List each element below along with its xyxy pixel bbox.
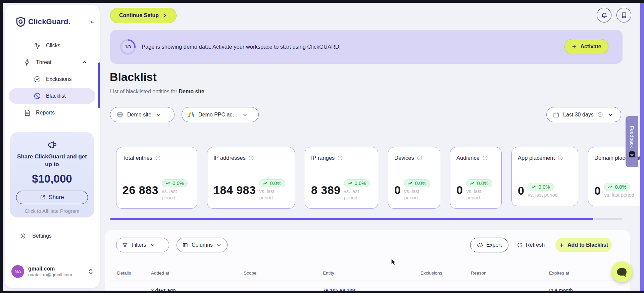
- svg-text:?: ?: [250, 156, 252, 159]
- sidebar-item-clicks[interactable]: Clicks: [5, 38, 100, 54]
- help-icon[interactable]: ?: [155, 155, 161, 161]
- filters-button[interactable]: Filters: [116, 238, 169, 252]
- continue-setup-button[interactable]: Continue Setup: [110, 8, 177, 23]
- trend-note: vs. last period: [404, 188, 425, 201]
- chevron-right-icon: [162, 13, 167, 18]
- trend-note: vs. last period: [162, 188, 183, 201]
- notifications-button[interactable]: [597, 8, 611, 22]
- avatar: NA: [11, 265, 24, 278]
- column-header-expires-at[interactable]: Expires at: [549, 271, 569, 276]
- cloud-download-icon: [477, 242, 483, 248]
- cursor-click-icon: [34, 42, 41, 49]
- page-scrollbar[interactable]: [640, 3, 644, 291]
- svg-text:?: ?: [599, 113, 601, 116]
- sidebar-item-exclusions[interactable]: Exclusions: [5, 71, 100, 87]
- chevron-up-icon[interactable]: [81, 59, 88, 66]
- ppc-account-value: Demo PPC ac…: [198, 112, 238, 118]
- sidebar-item-threat[interactable]: Threat: [5, 54, 100, 70]
- help-icon[interactable]: ?: [337, 155, 343, 161]
- svg-text:?: ?: [157, 156, 159, 159]
- trend-value: 0.0%: [615, 184, 626, 190]
- chevron-down-icon: [156, 112, 162, 118]
- docs-button[interactable]: [616, 8, 631, 22]
- trend-badge: 0.0%: [344, 179, 370, 187]
- table-header-divider: [110, 281, 625, 281]
- columns-button[interactable]: Columns: [177, 238, 228, 252]
- column-header-details[interactable]: Details: [117, 271, 131, 276]
- sidebar-item-label: Blacklist: [46, 93, 66, 99]
- trend-up-icon: [608, 185, 613, 189]
- stat-title: IP addresses: [213, 155, 246, 161]
- refresh-button[interactable]: Refresh: [517, 238, 545, 252]
- column-header-entity[interactable]: Entity: [323, 271, 334, 276]
- affiliate-promo-card[interactable]: Share ClickGuard and get up to $10,000 S…: [10, 132, 94, 217]
- account-name: gmail.com: [28, 266, 72, 272]
- column-header-exclusions[interactable]: Exclusions: [420, 271, 442, 276]
- trend-note: vs. last period: [604, 192, 634, 198]
- sidebar-item-label: Reports: [36, 110, 55, 116]
- sidebar-item-settings[interactable]: Settings: [19, 232, 52, 240]
- trend-note: vs. last period: [528, 192, 557, 198]
- add-to-blacklist-button[interactable]: Add to Blacklist: [555, 238, 612, 252]
- trend-badge: 0.0%: [466, 179, 492, 187]
- plus-icon: [572, 44, 577, 49]
- ppc-account-picker[interactable]: Demo PPC ac…: [182, 107, 259, 122]
- trend-up-icon: [165, 181, 170, 185]
- stat-title: App placement: [518, 155, 555, 161]
- stat-value: 26 883: [122, 184, 158, 197]
- stat-value: 0: [594, 184, 601, 197]
- page-subtitle-site: Demo site: [179, 89, 204, 94]
- clickguard-shield-icon: [16, 17, 25, 27]
- date-range-picker[interactable]: Last 30 days ?: [546, 107, 621, 122]
- stat-value: 0: [456, 184, 463, 197]
- activate-button[interactable]: Activate: [564, 39, 608, 54]
- help-icon[interactable]: ?: [482, 155, 488, 161]
- trend-up-icon: [470, 181, 475, 185]
- row-added-at: 2 days ago: [151, 287, 176, 291]
- activate-label: Activate: [580, 44, 601, 50]
- page-title: Blacklist: [110, 70, 157, 84]
- trend-badge: 0.0%: [162, 179, 188, 187]
- help-icon[interactable]: ?: [248, 155, 254, 161]
- feedback-tab[interactable]: Feedback: [626, 116, 638, 167]
- promo-text: Share ClickGuard and get up to: [16, 153, 88, 168]
- trend-up-icon: [408, 181, 413, 185]
- sidebar-collapse-icon[interactable]: [88, 18, 96, 26]
- row-entity[interactable]: 79.105.98.128: [323, 287, 355, 291]
- sidebar-item-label: Threat: [36, 59, 51, 65]
- page-subtitle-text: List of blacklisted entities for: [110, 89, 177, 94]
- svg-text:?: ?: [484, 156, 486, 159]
- chat-bubble-icon: [617, 268, 627, 276]
- trend-up-icon: [531, 185, 536, 189]
- account-switcher[interactable]: NA gmail.com naatali.ro@gmail.com: [11, 265, 93, 278]
- help-icon[interactable]: ?: [417, 155, 423, 161]
- trend-value: 0.0%: [270, 180, 281, 186]
- settings-label: Settings: [32, 233, 52, 239]
- calendar-icon: [553, 111, 559, 118]
- svg-text:?: ?: [559, 156, 561, 159]
- badge-check-icon: [34, 76, 41, 83]
- export-button[interactable]: Export: [470, 238, 508, 252]
- sidebar-item-blacklist[interactable]: Blacklist: [9, 88, 95, 104]
- trend-up-icon: [348, 181, 353, 185]
- chevron-down-icon: [150, 242, 156, 248]
- trend-note: vs. last period: [259, 188, 280, 201]
- column-header-reason[interactable]: Reason: [471, 271, 487, 276]
- share-button[interactable]: Share: [16, 191, 88, 204]
- account-email: naatali.ro@gmail.com: [28, 272, 72, 277]
- column-header-scope[interactable]: Scope: [244, 271, 256, 276]
- stat-card-total-entries: Total entries ? 26 883 0.0% vs. last per…: [116, 147, 197, 209]
- cards-scrollbar-thumb[interactable]: [110, 218, 593, 220]
- chat-launcher-button[interactable]: [611, 261, 632, 282]
- trend-up-icon: [263, 181, 268, 185]
- sidebar-item-reports[interactable]: Reports: [5, 105, 100, 121]
- column-header-added-at[interactable]: Added at: [151, 271, 169, 276]
- help-icon: ?: [597, 112, 603, 117]
- lightning-icon: [23, 59, 31, 66]
- sidebar-scrollbar[interactable]: [98, 62, 100, 108]
- site-picker[interactable]: Demo site: [110, 107, 175, 122]
- brand-logo[interactable]: ClickGuard.: [16, 17, 70, 27]
- refresh-icon: [517, 242, 523, 248]
- window-frame: [0, 0, 644, 3]
- help-icon[interactable]: ?: [557, 155, 563, 161]
